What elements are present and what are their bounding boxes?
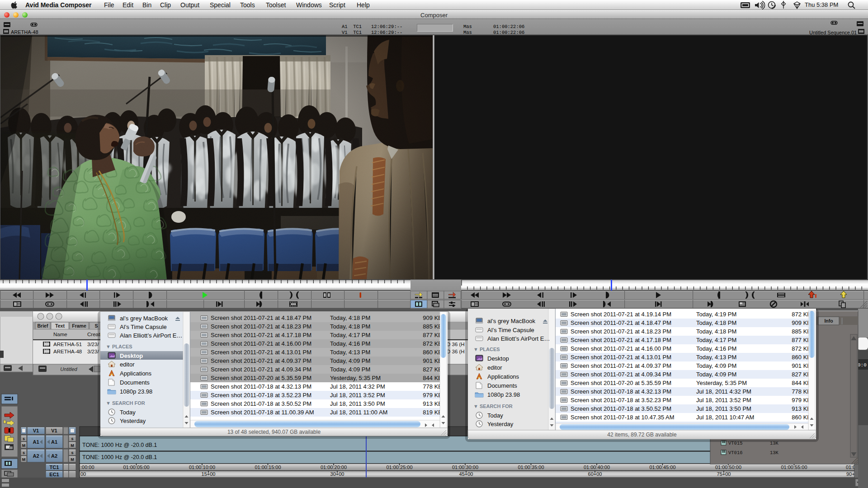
svg-text:Jul 18, 2011 10:47 AM: Jul 18, 2011 10:47 AM <box>696 414 754 421</box>
svg-text:Screen shot 2011-07-18 at 11.0: Screen shot 2011-07-18 at 11.00.39 AM <box>211 409 314 416</box>
svg-text:Jul 18, 2011 3:52 PM: Jul 18, 2011 3:52 PM <box>330 392 385 399</box>
svg-text:Screen shot 2011-07-18 at 4.32: Screen shot 2011-07-18 at 4.32.13 PM <box>211 383 311 390</box>
svg-text:Screen shot 2011-07-18 at 3.52: Screen shot 2011-07-18 at 3.52.23 PM <box>571 397 671 404</box>
svg-text:Desktop: Desktop <box>120 352 143 359</box>
svg-text:Yesterday: Yesterday <box>487 421 514 427</box>
svg-text:860 KB: 860 KB <box>423 349 442 356</box>
svg-text:885 KB: 885 KB <box>423 323 442 330</box>
svg-text:Yesterday, 5:35 PM: Yesterday, 5:35 PM <box>696 380 747 386</box>
svg-text:909 KB: 909 KB <box>423 314 442 321</box>
svg-text:Jul 18, 2011 11:00 AM: Jul 18, 2011 11:00 AM <box>330 409 387 416</box>
svg-text:Screen shot 2011-07-21 at 4.18: Screen shot 2011-07-21 at 4.18.23 PM <box>571 328 671 335</box>
svg-text:Today, 4:18 PM: Today, 4:18 PM <box>330 314 370 321</box>
svg-text:▼ SEARCH FOR: ▼ SEARCH FOR <box>106 400 145 406</box>
svg-text:Screen shot 2011-07-20 at 5.35: Screen shot 2011-07-20 at 5.35.59 PM <box>571 380 671 386</box>
svg-text:Today, 4:13 PM: Today, 4:13 PM <box>330 349 370 356</box>
svg-text:Screen shot 2011-07-21 at 4.09: Screen shot 2011-07-21 at 4.09.37 PM <box>571 362 671 369</box>
svg-text:13 of 48 selected, 940.07 GB a: 13 of 48 selected, 940.07 GB available <box>227 429 321 435</box>
svg-text:Jul 18, 2011 3:50 PM: Jul 18, 2011 3:50 PM <box>330 400 385 407</box>
svg-text:Alan Elliott’s AirPort E…: Alan Elliott’s AirPort E… <box>120 332 182 339</box>
svg-text:Jul 18, 2011 4:32 PM: Jul 18, 2011 4:32 PM <box>330 383 385 390</box>
svg-text:Screen shot 2011-07-21 at 4.18: Screen shot 2011-07-21 at 4.18.47 PM <box>211 314 311 321</box>
svg-text:Screen shot 2011-07-18 at 3.52: Screen shot 2011-07-18 at 3.52.23 PM <box>211 392 311 399</box>
svg-text:Today: Today <box>487 412 503 419</box>
svg-text:Jul 18, 2011 3:52 PM: Jul 18, 2011 3:52 PM <box>696 397 751 404</box>
svg-text:844 KB: 844 KB <box>423 375 442 381</box>
svg-text:901 KB: 901 KB <box>423 357 442 364</box>
svg-text:Documents: Documents <box>487 382 517 389</box>
svg-text:Today, 4:18 PM: Today, 4:18 PM <box>696 328 736 335</box>
svg-text:Today, 4:17 PM: Today, 4:17 PM <box>330 332 370 338</box>
svg-text:Screen shot 2011-07-21 at 4.17: Screen shot 2011-07-21 at 4.17.18 PM <box>211 332 311 338</box>
svg-text:Screen shot 2011-07-21 at 4.18: Screen shot 2011-07-21 at 4.18.23 PM <box>211 323 311 330</box>
svg-text:Al’s Time Capsule: Al’s Time Capsule <box>120 324 167 330</box>
svg-text:Today, 4:16 PM: Today, 4:16 PM <box>696 345 736 352</box>
svg-text:Today, 4:18 PM: Today, 4:18 PM <box>696 319 736 326</box>
svg-text:al’s grey MacBook: al’s grey MacBook <box>120 315 168 322</box>
svg-text:Today, 4:16 PM: Today, 4:16 PM <box>330 340 370 347</box>
svg-text:Screen shot 2011-07-21 at 4.09: Screen shot 2011-07-21 at 4.09.34 PM <box>211 366 311 373</box>
svg-text:Jul 18, 2011 4:32 PM: Jul 18, 2011 4:32 PM <box>696 388 751 395</box>
svg-text:editor: editor <box>120 361 135 368</box>
svg-text:Screen shot 2011-07-18 at 4.32: Screen shot 2011-07-18 at 4.32.13 PM <box>571 388 671 395</box>
svg-text:Screen shot 2011-07-21 at 4.16: Screen shot 2011-07-21 at 4.16.00 PM <box>571 345 671 352</box>
svg-text:Today, 4:13 PM: Today, 4:13 PM <box>696 354 736 361</box>
svg-text:Screen shot 2011-07-21 at 4.16: Screen shot 2011-07-21 at 4.16.00 PM <box>211 340 311 347</box>
svg-text:Yesterday, 5:35 PM: Yesterday, 5:35 PM <box>330 375 381 381</box>
svg-text:Alan Elliott’s AirPort E…: Alan Elliott’s AirPort E… <box>487 335 550 342</box>
svg-text:Applications: Applications <box>120 370 152 377</box>
svg-text:Screen shot 2011-07-21 at 4.17: Screen shot 2011-07-21 at 4.17.18 PM <box>571 337 671 343</box>
svg-text:▼ PLACES: ▼ PLACES <box>473 347 500 352</box>
svg-text:Screen shot 2011-07-21 at 4.13: Screen shot 2011-07-21 at 4.13.01 PM <box>571 354 671 361</box>
svg-text:Today, 4:18 PM: Today, 4:18 PM <box>330 323 370 330</box>
svg-text:Screen shot 2011-07-21 at 4.09: Screen shot 2011-07-21 at 4.09.34 PM <box>571 371 671 378</box>
svg-text:42 items, 89.72 GB available: 42 items, 89.72 GB available <box>607 432 677 438</box>
svg-text:778 KB: 778 KB <box>423 383 442 390</box>
svg-text:913 KB: 913 KB <box>423 400 442 407</box>
svg-text:Screen shot 2011-07-18 at 3.50: Screen shot 2011-07-18 at 3.50.52 PM <box>211 400 311 407</box>
svg-text:Today: Today <box>120 409 136 416</box>
svg-text:877 KB: 877 KB <box>423 332 442 338</box>
svg-text:al’s grey MacBook: al’s grey MacBook <box>487 318 535 324</box>
svg-text:979 KB: 979 KB <box>423 392 442 399</box>
svg-text:872 KB: 872 KB <box>423 340 442 347</box>
svg-text:Today, 4:09 PM: Today, 4:09 PM <box>696 371 736 378</box>
svg-text:Al’s Time Capsule: Al’s Time Capsule <box>487 327 534 333</box>
svg-text:ARETHA-48: ARETHA-48 <box>11 29 38 35</box>
svg-text:1080p 23.98: 1080p 23.98 <box>487 391 520 398</box>
svg-text:Yesterday: Yesterday <box>120 418 146 424</box>
svg-text:▼ SEARCH FOR: ▼ SEARCH FOR <box>473 404 513 409</box>
svg-text:Documents: Documents <box>120 379 150 386</box>
svg-text:Applications: Applications <box>487 373 519 380</box>
svg-text:Today, 4:19 PM: Today, 4:19 PM <box>696 311 736 318</box>
svg-text:1080p 23.98: 1080p 23.98 <box>120 388 152 395</box>
svg-text:Screen shot 2011-07-21 at 4.19: Screen shot 2011-07-21 at 4.19.14 PM <box>571 311 671 318</box>
svg-text:Desktop: Desktop <box>487 355 509 362</box>
svg-text:Screen shot 2011-07-18 at 3.50: Screen shot 2011-07-18 at 3.50.52 PM <box>571 405 671 412</box>
svg-text:819 KB: 819 KB <box>423 409 442 416</box>
svg-text:▼ PLACES: ▼ PLACES <box>106 344 132 349</box>
svg-text:Screen shot 2011-07-21 at 4.18: Screen shot 2011-07-21 at 4.18.47 PM <box>571 319 671 326</box>
svg-text:Today, 4:17 PM: Today, 4:17 PM <box>696 337 736 343</box>
svg-text:Today, 4:09 PM: Today, 4:09 PM <box>330 366 370 373</box>
svg-text:827 KB: 827 KB <box>423 366 442 373</box>
svg-text:Screen shot 2011-07-18 at 10.4: Screen shot 2011-07-18 at 10.47.35 AM <box>571 414 675 421</box>
svg-text:Jul 18, 2011 3:50 PM: Jul 18, 2011 3:50 PM <box>696 405 751 412</box>
svg-text:Today, 4:09 PM: Today, 4:09 PM <box>696 362 736 369</box>
svg-text:Today, 4:09 PM: Today, 4:09 PM <box>330 357 370 364</box>
svg-text:Screen shot 2011-07-20 at 5.35: Screen shot 2011-07-20 at 5.35.59 PM <box>211 375 311 381</box>
svg-text:Screen shot 2011-07-21 at 4.13: Screen shot 2011-07-21 at 4.13.01 PM <box>211 349 311 356</box>
svg-text:Screen shot 2011-07-21 at 4.09: Screen shot 2011-07-21 at 4.09.37 PM <box>211 357 311 364</box>
svg-text:editor: editor <box>487 364 502 371</box>
